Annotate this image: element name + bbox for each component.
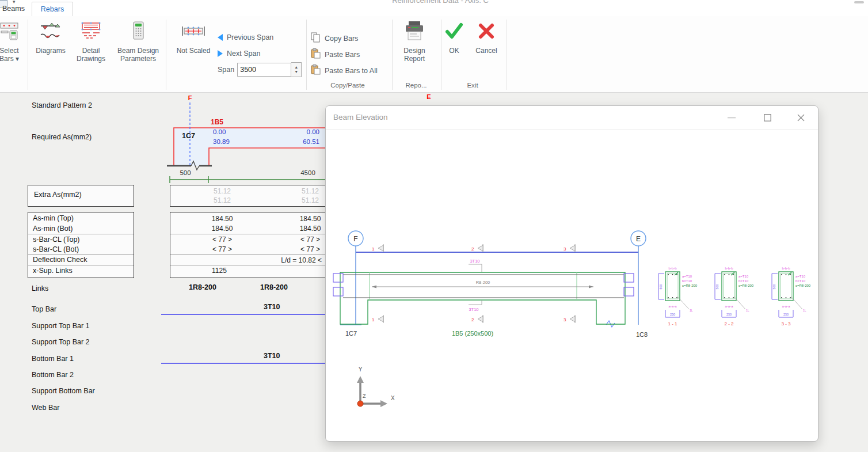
beam-elevation-canvas[interactable]: F E R8-200 3T10 [326,130,817,440]
svg-text:b=T10: b=T10 [682,279,692,283]
section-mark-2-bottom: 2 [471,315,483,323]
section-mark-1-bottom: 1 [372,315,383,323]
anchor-bracket [333,274,343,282]
checks-value-table: 184.50 184.50 184.50 184.50 < 77 > < 77 … [170,212,326,278]
beam-design-parameters-button[interactable]: Beam Design Parameters [114,21,162,63]
extra-as-cell[interactable]: 51.12 [193,187,251,195]
ok-button[interactable]: OK [442,21,466,55]
paste-bars-to-all-button[interactable]: Paste Bars to All [311,64,378,77]
cancel-button[interactable]: Cancel [471,21,502,55]
check-label: Deflection Check [33,256,87,264]
links-value-1[interactable]: 1R8-200 [189,283,216,291]
grid-f-label: F [183,94,197,101]
maximize-button[interactable] [754,106,781,129]
ribbon-divider [166,20,166,90]
span-dimension-line [169,174,326,185]
axis-y-label: Y [359,366,363,373]
ribbon-collapse-button[interactable] [854,1,864,3]
cross-section-1: 500 b-b-b a=T10 b=T10 c=R8-200 1L a-a-a … [658,267,698,326]
check-value: 184.50 [193,215,251,223]
svg-text:250: 250 [726,313,732,316]
previous-span-button[interactable]: Previous Span [218,33,273,41]
pattern-label: Standard Pattern 2 [32,101,92,109]
anchor-bracket [333,287,343,296]
span-spinner[interactable]: ▲▼ [291,62,302,77]
svg-text:b-b-b: b-b-b [668,267,677,270]
sup-links-value: 1125 [212,267,227,275]
copy-bars-button[interactable]: Copy Bars [311,32,358,44]
select-bars-label: Select Bars ▾ [0,47,19,63]
check-label: As-min (Top) [33,214,74,222]
copy-icon [311,32,321,44]
close-button[interactable] [787,106,814,129]
next-span-button[interactable]: Next Span [218,50,260,58]
tab-rebars-label: Rebars [41,5,64,13]
section-mark-3-top: 3 [564,244,575,252]
diagrams-label: Diagrams [36,47,65,55]
bottom-steel-label: 3T10 [469,307,478,312]
tab-rebars[interactable]: Rebars [32,2,73,17]
beam-size-label: 1B5 (250x500) [452,330,493,337]
row-label-top-bar: Top Bar [32,305,56,313]
span-input[interactable] [237,63,291,77]
previous-span-label: Previous Span [227,33,273,41]
app-root: ▾ Beams Rebars Reinforcement Data - Axis… [0,0,868,452]
svg-text:1L: 1L [803,309,806,312]
select-bars-icon [0,21,20,44]
beam-elevation-titlebar[interactable]: Beam Elevation [326,106,818,130]
req-as-bot-right: 60.51 [291,138,319,145]
svg-text:b-b-b: b-b-b [782,267,790,270]
design-report-button[interactable]: Design Report [396,21,433,63]
diagrams-button[interactable]: Diagrams [33,21,68,55]
paste-all-icon [311,64,321,77]
links-value-2[interactable]: 1R8-200 [260,283,288,291]
top-bar-value[interactable]: 3T10 [264,303,280,311]
check-label: x-Sup. Links [33,267,73,275]
copy-bars-label: Copy Bars [325,35,358,43]
beam-elevation-window: Beam Elevation F E [325,105,818,442]
paste-bars-button[interactable]: Paste Bars [311,48,360,60]
bottom-bar-1-value[interactable]: 3T10 [264,352,280,360]
diagrams-icon [40,21,62,44]
section-mark-3-bottom: 3 [564,315,575,323]
svg-text:3: 3 [564,246,566,252]
ok-label: OK [449,47,459,55]
paste-bars-to-all-label: Paste Bars to All [325,67,378,75]
not-scaled-label: Not Scaled [177,47,211,55]
section-mark-1-top: 1 [372,244,383,252]
minimize-button[interactable] [718,106,745,129]
tab-row: ▾ Beams Rebars Reinforcement Data - Axis… [0,0,868,16]
column-right-label: 1C8 [636,331,648,338]
required-as-label: Required As(mm2) [32,133,92,141]
req-as-bot-left: 30.89 [213,138,230,145]
not-scaled-button[interactable]: Not Scaled [173,21,214,55]
window-title: Reinforcement Data - Axis: C [345,0,535,5]
design-report-label: Design Report [403,47,425,63]
cancel-x-icon [476,21,497,44]
next-span-icon [218,50,223,57]
check-label: s-Bar-CL (Top) [33,236,80,244]
calculator-icon [128,21,148,44]
extra-as-cell[interactable]: 51.12 [193,196,251,204]
divider [170,234,326,234]
cross-section-3: 500 b-b-b a=T10 b=T10 c=R8-200 1L a-a-a … [772,267,811,326]
detail-drawings-button[interactable]: Detail Drawings [70,21,112,63]
svg-text:3 - 3: 3 - 3 [781,321,791,326]
svg-text:2: 2 [471,317,474,322]
span-field-row: Span ▲▼ [218,62,302,77]
span-label: Span [218,66,234,74]
svg-text:b=T10: b=T10 [795,279,806,283]
axis-x-label: X [391,395,395,401]
svg-text:c=R8-200: c=R8-200 [795,284,811,287]
links-label: R8-200 [476,280,490,285]
svg-text:1 - 1: 1 - 1 [668,321,677,326]
beam-scale-icon [181,21,206,44]
select-bars-button[interactable]: Select Bars ▾ [0,21,28,63]
group-label-copy-paste: Copy/Paste [311,82,384,89]
svg-text:500: 500 [715,284,719,289]
req-as-top-right: 0.00 [291,128,319,135]
tab-beams[interactable]: Beams [0,2,33,16]
svg-text:c=R8-200: c=R8-200 [682,284,698,287]
paste-bars-label: Paste Bars [325,51,360,59]
svg-text:a=T10: a=T10 [795,275,806,278]
